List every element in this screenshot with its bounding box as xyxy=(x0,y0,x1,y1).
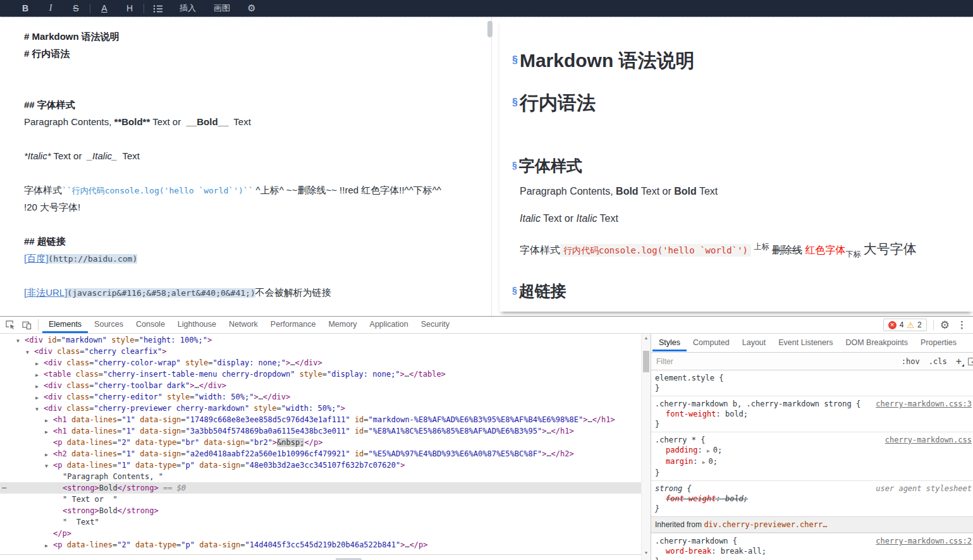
sidebar-dock-icon[interactable]: ◄ xyxy=(968,358,973,365)
error-icon: ✕ xyxy=(888,321,897,329)
devtools-tab-lighthouse[interactable]: Lighthouse xyxy=(171,317,223,333)
tree-row[interactable]: ▶<h1 data-lines="1" data-sign="3a3bb504f… xyxy=(0,425,641,437)
anchor-icon[interactable]: § xyxy=(512,160,517,170)
css-declaration[interactable]: padding: ▶ 0; xyxy=(655,445,972,456)
scrollbar-down-icon[interactable]: ▼ xyxy=(642,551,651,555)
styles-filter-input[interactable] xyxy=(656,357,902,366)
styles-tab-dom-breakpoints[interactable]: DOM Breakpoints xyxy=(839,335,914,351)
stylesheet-link[interactable]: cherry-markdown.css:3 xyxy=(876,399,972,409)
rule-close-brace: } xyxy=(655,556,972,560)
styles-tab-layout[interactable]: Layout xyxy=(736,335,773,351)
tree-row[interactable]: ▶<p data-lines="2" data-type="p" data-si… xyxy=(0,539,641,551)
styles-tab-properties[interactable]: Properties xyxy=(914,335,963,351)
stylesheet-link[interactable]: cherry-markdown.css:2 xyxy=(876,536,972,546)
devtools-tab-application[interactable]: Application xyxy=(364,317,415,333)
editor-line-h1: # 行内语法 xyxy=(24,45,491,62)
rule-selector: .cherry-markdown { xyxy=(655,537,737,545)
devtools-tab-sources[interactable]: Sources xyxy=(88,317,130,333)
tree-row[interactable]: " Text" xyxy=(0,516,641,528)
font-color-button[interactable]: A xyxy=(92,0,117,16)
tree-row[interactable]: </p> xyxy=(0,528,641,539)
property-value: 0; xyxy=(708,457,717,466)
editor-scrollbar-thumb[interactable] xyxy=(487,21,493,37)
expand-value-icon[interactable]: ▶ xyxy=(707,448,713,454)
settings-gear-icon[interactable]: ⚙ xyxy=(239,0,264,16)
tree-row[interactable]: ▶<table class="cherry-insert-table-menu … xyxy=(0,368,641,380)
strikethrough-button[interactable]: S xyxy=(63,0,89,16)
styles-tab-computed[interactable]: Computed xyxy=(687,335,736,351)
markdown-editor-pane[interactable]: # Markdown 语法说明 # 行内语法 ## 字体样式 Paragraph… xyxy=(0,18,492,316)
rule-close-brace: } xyxy=(655,419,972,429)
devtools-tab-security[interactable]: Security xyxy=(415,317,456,333)
property-name: margin xyxy=(666,457,693,466)
rule-close-brace: } xyxy=(655,383,972,393)
editor-line-inline-syntax: 字体样式``行内代码console.log('hello `world`')``… xyxy=(24,181,491,198)
inherited-node-link[interactable]: div.cherry-previewer.cherr… xyxy=(704,520,827,529)
styles-tab-styles[interactable]: Styles xyxy=(652,335,687,351)
tree-row[interactable]: <p data-lines="2" data-type="br" data-si… xyxy=(0,437,641,448)
tree-row[interactable]: ▶<div class="cherry-editor" style="width… xyxy=(0,391,641,403)
devtools-tab-console[interactable]: Console xyxy=(130,317,171,333)
draw-menu-button[interactable]: 画图 xyxy=(205,0,239,16)
devtools-settings-gear-icon[interactable]: ⚙ xyxy=(940,319,950,332)
styles-tab-event-listeners[interactable]: Event Listeners xyxy=(772,335,839,351)
css-declaration[interactable]: margin: ▶ 0; xyxy=(655,456,972,468)
devtools-tab-performance[interactable]: Performance xyxy=(264,317,322,333)
anchor-icon[interactable]: § xyxy=(512,285,517,295)
devtools-tab-network[interactable]: Network xyxy=(223,317,264,333)
cherry-toolbar: B I S A H 插入 画图 ⚙ xyxy=(0,0,973,17)
rule-header: cherry-markdown.css.cherry * { xyxy=(655,435,972,445)
tree-row[interactable]: <strong>Bold</strong> xyxy=(0,505,641,516)
tree-row[interactable]: " Text or " xyxy=(0,494,641,505)
devtools-tab-elements[interactable]: Elements xyxy=(42,317,88,333)
scrollbar-thumb[interactable] xyxy=(643,351,649,372)
tree-row[interactable]: ▼<div class="cherry clearfix"> xyxy=(0,346,641,357)
styles-filter-row: :hov .cls + ◄ xyxy=(651,353,973,370)
device-toolbar-icon[interactable] xyxy=(20,319,33,331)
tree-row[interactable]: ▶<h2 data-lines="1" data-sign="a2ed0418a… xyxy=(0,448,641,460)
style-rule: user agent stylesheetstrong {font-weight… xyxy=(651,480,973,516)
header-button[interactable]: H xyxy=(117,0,142,16)
italic-button[interactable]: I xyxy=(38,0,63,16)
tree-row[interactable]: ▶<div class="cherry-toolbar dark">…</div… xyxy=(0,380,641,391)
baidu-link-text[interactable]: [百度] xyxy=(24,253,48,264)
expand-value-icon[interactable]: ▶ xyxy=(702,460,709,465)
preview-h1-title: §Markdown 语法说明 xyxy=(512,48,695,74)
illegal-url-link-text[interactable]: [非法URL] xyxy=(24,287,67,298)
styles-rules-list: element.style {}cherry-markdown.css:3.ch… xyxy=(651,370,973,560)
console-status-badges[interactable]: ✕ 4 ⚠ 2 xyxy=(883,319,927,331)
bold-button[interactable]: B xyxy=(13,0,38,16)
insert-menu-button[interactable]: 插入 xyxy=(171,0,205,16)
twisty-icon[interactable]: ▶ xyxy=(45,540,53,552)
elements-scrollbar[interactable]: ▲ ▼ xyxy=(641,334,651,560)
css-declaration[interactable]: font-weight: bold; xyxy=(655,494,972,504)
new-style-rule-button[interactable]: + xyxy=(956,356,962,367)
scrollbar-up-icon[interactable]: ▲ xyxy=(642,336,651,340)
tree-row[interactable]: "Paragraph Contents, " xyxy=(0,471,641,482)
editor-line-italic: *Italic* Text or _Italic_ Text xyxy=(24,147,491,164)
devtools-tabbar-right: ✕ 4 ⚠ 2 ⚙ ⋮ xyxy=(883,319,973,332)
tree-row[interactable]: ▶<div class="cherry-color-wrap" style="d… xyxy=(0,357,641,368)
breadcrumb-item[interactable]: strong xyxy=(336,558,362,560)
tree-row[interactable]: <strong>Bold</strong> == $0⋯ xyxy=(0,482,641,494)
devtools-tab-memory[interactable]: Memory xyxy=(322,317,363,333)
anchor-icon[interactable]: § xyxy=(512,97,518,107)
style-rule: element.style {} xyxy=(651,370,973,396)
class-toggle[interactable]: .cls xyxy=(929,357,947,366)
tree-row[interactable]: ▶<h1 data-lines="1" data-sign="17489c668… xyxy=(0,414,641,425)
anchor-icon[interactable]: § xyxy=(512,54,518,65)
inspect-element-icon[interactable] xyxy=(4,319,16,331)
css-declaration[interactable]: font-weight: bold; xyxy=(655,409,972,419)
stylesheet-link[interactable]: cherry-markdown.css xyxy=(885,435,972,445)
tree-row[interactable]: ▼<div class="cherry-previewer cherry-mar… xyxy=(0,403,641,414)
tree-row[interactable]: ▼<div id="markdown" style="height: 100%;… xyxy=(0,334,641,346)
editor-line-h2: ## 字体样式 xyxy=(24,96,491,113)
devtools-kebab-menu-icon[interactable]: ⋮ xyxy=(957,319,967,331)
css-declaration[interactable]: word-break: break-all; xyxy=(655,546,972,556)
editor-line-link: [百度](http://baidu.com) xyxy=(24,250,491,267)
list-button[interactable] xyxy=(145,0,171,16)
property-name: padding xyxy=(666,446,698,454)
pseudo-state-toggle[interactable]: :hov xyxy=(902,357,920,366)
warning-count: 2 xyxy=(917,320,922,329)
tree-row[interactable]: ▼<p data-lines="1" data-type="p" data-si… xyxy=(0,460,641,471)
